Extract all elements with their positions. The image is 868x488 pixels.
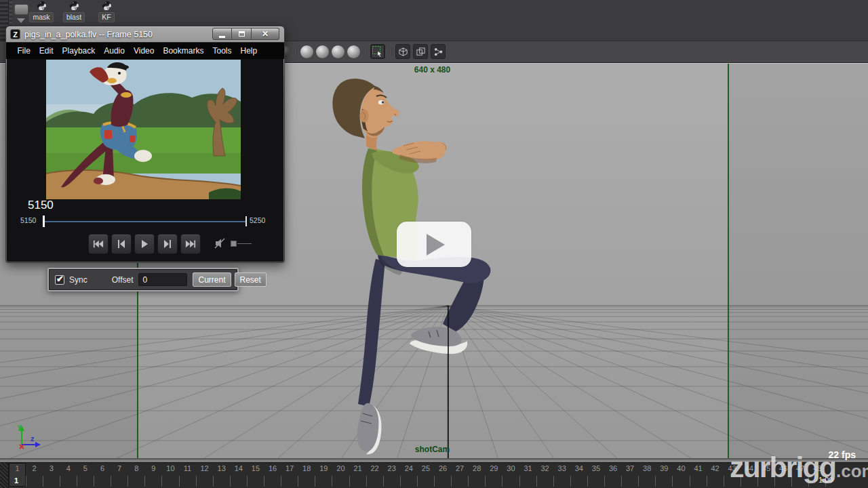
lit-sphere-icon[interactable] [347, 45, 360, 58]
shelf-button-label: mask [29, 12, 53, 22]
frame-number: 34 [570, 464, 588, 472]
frame-number: 17 [281, 464, 298, 472]
slider-playhead[interactable] [43, 216, 45, 227]
frame-tick [315, 476, 315, 487]
frame-tick [383, 476, 384, 487]
frame-tick [604, 476, 605, 487]
menu-audio[interactable]: Audio [100, 46, 130, 56]
player-window[interactable]: Z pigs_in_a_polka.flv -- Frame 5150 ✕ Fi… [5, 26, 285, 263]
frame-slider[interactable] [43, 221, 247, 222]
frame-tick [349, 476, 350, 487]
maximize-button[interactable] [232, 28, 252, 40]
menu-file[interactable]: File [13, 46, 35, 56]
menu-tools[interactable]: Tools [208, 46, 236, 56]
offset-input[interactable] [138, 273, 187, 286]
shelf-tab-button[interactable] [14, 4, 28, 15]
python-icon [69, 1, 79, 12]
menu-video[interactable]: Video [129, 46, 158, 56]
smooth-shade-sphere-icon[interactable] [300, 45, 313, 58]
sync-checkbox[interactable]: ✔ [55, 275, 64, 285]
range-start-label: 5150 [20, 216, 36, 224]
frame-number: 26 [434, 464, 452, 472]
shelf-buttons: maskblastKF [28, 1, 119, 22]
frame-tick [60, 476, 60, 487]
frame-tick [434, 476, 435, 487]
frame-tick [111, 476, 111, 487]
frame-number: 21 [349, 464, 367, 472]
frame-tick [485, 476, 486, 487]
frame-number: 43 [724, 464, 741, 472]
frame-number: 46 [774, 464, 792, 472]
player-client-area: 5150 5150 5250 [7, 59, 283, 262]
frame-number: 25 [417, 464, 435, 472]
shelf-button-mask[interactable]: mask [28, 1, 54, 22]
select-object-tool-active-icon[interactable] [370, 44, 385, 59]
isolate-cube-icon[interactable] [395, 44, 410, 59]
minimize-icon [219, 36, 225, 38]
step-back-button[interactable] [111, 234, 132, 254]
textured-sphere-icon[interactable] [332, 45, 344, 58]
current-button[interactable]: Current [193, 272, 231, 287]
current-frame-label: 1 [14, 476, 18, 485]
connections-icon[interactable] [431, 44, 446, 59]
mute-icon[interactable] [214, 238, 226, 249]
timeline-ruler[interactable]: 1234567891011121314151617181920212223242… [9, 463, 829, 488]
frame-number: 4 [60, 464, 77, 472]
time-slider[interactable]: 1234567891011121314151617181920212223242… [0, 462, 868, 488]
volume-slider-track[interactable] [237, 243, 252, 244]
go-to-start-button[interactable] [88, 234, 108, 254]
frame-number: 11 [179, 464, 197, 472]
player-menubar: FileEditPlaybackAudioVideoBookmarksTools… [6, 42, 284, 59]
frame-number: 22 [366, 464, 384, 472]
video-display[interactable] [46, 60, 241, 199]
flat-shade-sphere-icon[interactable] [316, 45, 329, 58]
shelf-button-label: blast [63, 12, 85, 22]
shelf-button-KF[interactable]: KF [94, 1, 119, 22]
play-button[interactable] [134, 234, 155, 254]
frame-number: 41 [690, 464, 707, 472]
frame-number: 2 [26, 464, 43, 472]
frame-number: 7 [111, 464, 128, 472]
maximize-icon [239, 31, 245, 37]
frame-tick [417, 476, 418, 487]
frame-tick [741, 476, 741, 487]
shelf-menu-arrow-icon[interactable] [17, 18, 25, 23]
volume-slider-handle[interactable] [231, 241, 237, 247]
frame-counter: 5150 [28, 199, 54, 212]
timeline-playhead[interactable]: 1 [9, 463, 26, 487]
grid-center-line [448, 306, 449, 458]
frame-number: 18 [298, 464, 315, 472]
axis-y-label: y [18, 423, 22, 430]
frame-number: 35 [587, 464, 605, 472]
frame-number: 3 [43, 464, 60, 472]
close-button[interactable]: ✕ [252, 28, 279, 40]
frame-tick [230, 476, 231, 487]
go-to-end-button[interactable] [180, 234, 201, 254]
menu-edit[interactable]: Edit [35, 46, 58, 56]
frame-number: 33 [553, 464, 571, 472]
timeline-grip [0, 463, 9, 488]
frame-tick [298, 476, 298, 487]
frame-tick [519, 476, 520, 487]
resolution-gate-right [728, 64, 729, 458]
frame-tick [502, 476, 502, 487]
frame-tick [655, 476, 656, 487]
minimize-button[interactable] [212, 28, 232, 40]
shelf-button-blast[interactable]: blast [61, 1, 87, 22]
axis-gizmo-icon: z y [12, 423, 43, 451]
playback-rate: 1.00 [818, 476, 833, 484]
frame-number: 16 [264, 464, 281, 472]
youtube-play-button[interactable] [397, 222, 471, 267]
reset-button[interactable]: Reset [235, 272, 267, 287]
step-forward-button[interactable] [157, 234, 178, 254]
frame-tick [808, 476, 809, 487]
multi-pane-icon[interactable] [413, 44, 428, 59]
frame-tick [690, 476, 690, 487]
frame-number: 10 [161, 464, 179, 472]
menu-playback[interactable]: Playback [58, 46, 100, 56]
menu-bookmarks[interactable]: Bookmarks [159, 46, 208, 56]
frame-number: 24 [400, 464, 418, 472]
frame-tick [161, 476, 162, 487]
menu-help[interactable]: Help [236, 46, 262, 56]
python-icon [37, 1, 47, 12]
